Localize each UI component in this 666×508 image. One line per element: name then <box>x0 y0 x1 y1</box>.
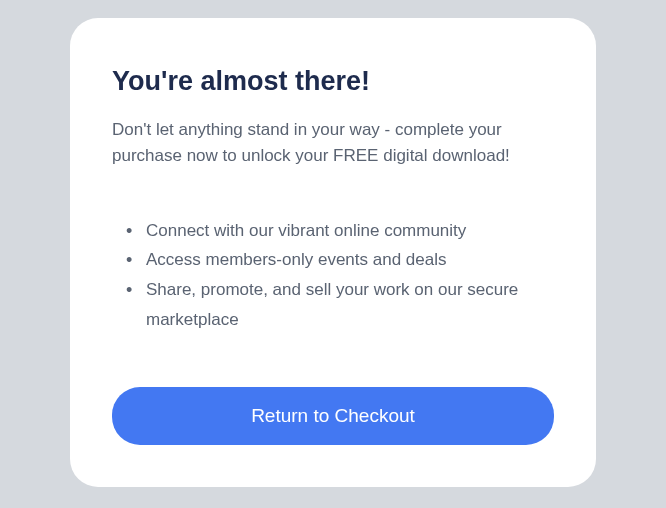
card-title: You're almost there! <box>112 66 554 97</box>
list-item: Share, promote, and sell your work on ou… <box>126 275 554 335</box>
promo-card: You're almost there! Don't let anything … <box>70 18 596 487</box>
card-subtitle: Don't let anything stand in your way - c… <box>112 117 554 170</box>
return-to-checkout-button[interactable]: Return to Checkout <box>112 387 554 445</box>
list-item: Connect with our vibrant online communit… <box>126 216 554 246</box>
benefits-list: Connect with our vibrant online communit… <box>126 216 554 335</box>
list-item: Access members-only events and deals <box>126 245 554 275</box>
